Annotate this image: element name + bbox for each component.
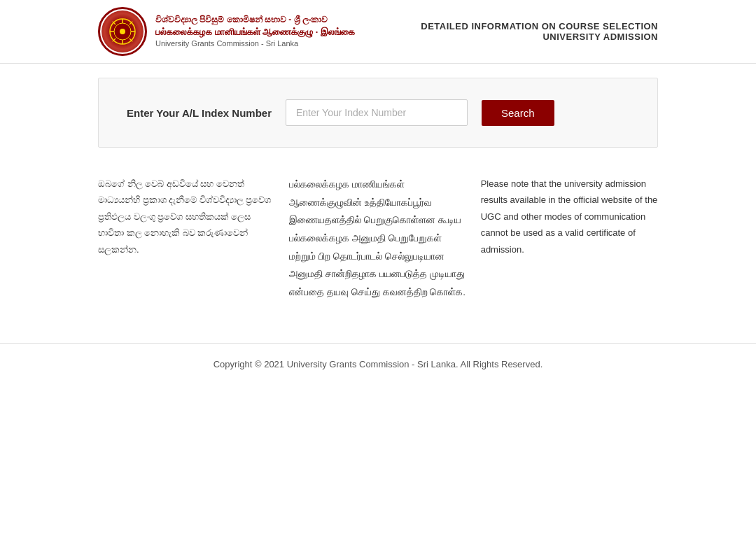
logo-line-english: University Grants Commission - Sri Lanka: [155, 38, 355, 49]
logo-line-tamil: பல்கலைக்கழக மானியங்கள் ஆணைக்குழு · இலங்க…: [155, 26, 355, 38]
content-col-tamil: பல்கலைக்கழக மாணியங்கள் ஆணைக்குழுவின் உத்…: [289, 176, 480, 301]
header-title-line1: DETAILED INFORMATION ON COURSE SELECTION: [421, 21, 658, 31]
logo-icon: [108, 17, 136, 45]
header-title-line2: UNIVERSITY ADMISSION: [421, 31, 658, 42]
logo-area: විශ්වවිද්‍යාල පිවිසුම් කොමිෂන් සභාව - ශ්…: [98, 7, 355, 56]
search-section: Enter Your A/L Index Number Search: [98, 78, 658, 148]
search-input[interactable]: [286, 99, 468, 126]
svg-point-2: [120, 29, 125, 34]
search-button[interactable]: Search: [482, 100, 554, 126]
search-label: Enter Your A/L Index Number: [127, 107, 272, 119]
content-tamil-text: பல்கலைக்கழக மாணியங்கள் ஆணைக்குழுவின் உத்…: [289, 176, 466, 301]
header-right: DETAILED INFORMATION ON COURSE SELECTION…: [421, 21, 658, 42]
header: විශ්වවිද්‍යාල පිවිසුම් කොමිෂන් සභාව - ශ්…: [0, 0, 756, 64]
content-english-text: Please note that the university admissio…: [481, 176, 658, 258]
footer-text: Copyright © 2021 University Grants Commi…: [214, 359, 543, 369]
logo-line-sinhala: විශ්වවිද්‍යාල පිවිසුම් කොමිෂන් සභාව - ශ්…: [155, 14, 355, 26]
footer: Copyright © 2021 University Grants Commi…: [0, 343, 756, 384]
content-section: ඔබගේ නිල වෙබ් අඩවියේ සහ වෙනත් මාධ්‍යයන්හ…: [98, 176, 658, 301]
content-col-english: Please note that the university admissio…: [481, 176, 658, 301]
logo-circle: [98, 7, 147, 56]
logo-text: විශ්වවිද්‍යාල පිවිසුම් කොමිෂන් සභාව - ශ්…: [155, 14, 355, 49]
content-col-sinhala: ඔබගේ නිල වෙබ් අඩවියේ සහ වෙනත් මාධ්‍යයන්හ…: [98, 176, 289, 301]
logo-inner: [102, 10, 144, 52]
content-sinhala-text: ඔබගේ නිල වෙබ් අඩවියේ සහ වෙනත් මාධ්‍යයන්හ…: [98, 176, 275, 258]
